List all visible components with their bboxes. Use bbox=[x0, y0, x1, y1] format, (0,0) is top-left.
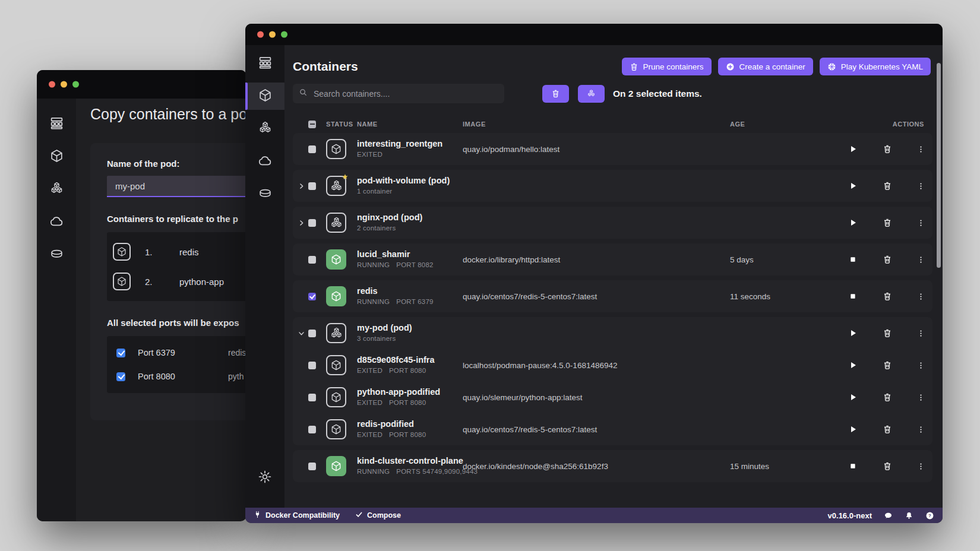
close-window-button[interactable] bbox=[49, 81, 55, 88]
row-name: redis bbox=[357, 286, 463, 296]
more-options-button[interactable] bbox=[916, 462, 925, 471]
container-row[interactable]: d85c9e08fc45-infra EXITEDPORT 8080 local… bbox=[293, 349, 932, 381]
prune-containers-button[interactable]: Prune containers bbox=[622, 58, 712, 75]
delete-button[interactable] bbox=[883, 144, 892, 154]
window-titlebar[interactable] bbox=[37, 70, 246, 99]
more-options-button[interactable] bbox=[916, 218, 925, 227]
images-icon[interactable] bbox=[43, 207, 70, 235]
play-button[interactable] bbox=[848, 181, 858, 191]
more-options-button[interactable] bbox=[916, 292, 925, 301]
notifications-bell-icon[interactable] bbox=[905, 511, 913, 520]
container-row[interactable]: interesting_roentgen EXITED quay.io/podm… bbox=[293, 133, 932, 165]
select-all-checkbox[interactable] bbox=[308, 121, 316, 128]
delete-button[interactable] bbox=[883, 392, 892, 402]
play-button[interactable] bbox=[848, 425, 858, 434]
sidebar-item-volumes[interactable] bbox=[245, 180, 284, 208]
more-options-button[interactable] bbox=[916, 425, 925, 434]
more-options-button[interactable] bbox=[916, 145, 925, 154]
play-button[interactable] bbox=[848, 144, 858, 154]
sidebar-item-settings[interactable] bbox=[245, 470, 284, 486]
compose-status[interactable]: Compose bbox=[355, 511, 401, 520]
row-checkbox[interactable] bbox=[308, 293, 316, 300]
play-button[interactable] bbox=[848, 360, 858, 370]
sidebar-item-dashboard[interactable] bbox=[245, 50, 284, 77]
chevron-right-icon[interactable] bbox=[298, 182, 308, 190]
feedback-bubble-icon[interactable] bbox=[884, 511, 893, 520]
row-card: nginx-pod (pod) 2 containers bbox=[293, 207, 932, 239]
delete-button[interactable] bbox=[883, 218, 892, 227]
row-checkbox[interactable] bbox=[308, 145, 316, 153]
trash-icon bbox=[630, 62, 638, 71]
row-checkbox[interactable] bbox=[308, 426, 316, 433]
row-image: localhost/podman-pause:4.5.0-1681486942 bbox=[463, 361, 730, 370]
sidebar-item-images[interactable] bbox=[245, 148, 284, 175]
minimize-window-button[interactable] bbox=[61, 81, 67, 88]
window-titlebar[interactable] bbox=[245, 24, 943, 45]
more-options-button[interactable] bbox=[916, 361, 925, 370]
pods-icon[interactable] bbox=[43, 175, 70, 202]
bulk-create-pod-button[interactable] bbox=[578, 85, 605, 103]
row-checkbox[interactable] bbox=[308, 219, 316, 227]
row-status-line: 1 container bbox=[357, 188, 463, 196]
pod-name-input[interactable] bbox=[107, 176, 246, 197]
container-row[interactable]: kind-cluster-control-plane RUNNINGPORTS … bbox=[293, 450, 932, 482]
maximize-window-button[interactable] bbox=[281, 31, 287, 38]
stop-button[interactable] bbox=[848, 255, 858, 264]
container-row[interactable]: lucid_shamir RUNNINGPORT 8082 docker.io/… bbox=[293, 243, 932, 276]
row-checkbox[interactable] bbox=[308, 394, 316, 401]
stop-button[interactable] bbox=[848, 292, 858, 301]
sidebar-item-containers[interactable] bbox=[245, 83, 284, 110]
play-button[interactable] bbox=[848, 392, 858, 402]
more-options-button[interactable] bbox=[916, 255, 925, 264]
vertical-scrollbar[interactable] bbox=[937, 63, 941, 268]
minimize-window-button[interactable] bbox=[269, 31, 276, 38]
stop-button[interactable] bbox=[848, 461, 858, 471]
play-button[interactable] bbox=[848, 328, 858, 338]
docker-compatibility-status[interactable]: Docker Compatibility bbox=[254, 511, 340, 520]
row-checkbox[interactable] bbox=[308, 362, 316, 369]
containers-icon[interactable] bbox=[43, 142, 70, 169]
pod-row[interactable]: my-pod (pod) 3 containers bbox=[293, 317, 932, 349]
pods-icon bbox=[587, 89, 596, 98]
delete-button[interactable] bbox=[883, 328, 892, 338]
help-question-icon[interactable]: ? bbox=[925, 511, 934, 520]
delete-button[interactable] bbox=[883, 425, 892, 434]
row-actions bbox=[843, 328, 932, 338]
container-row[interactable]: python-app-podified EXITEDPORT 8080 quay… bbox=[293, 381, 932, 413]
container-row[interactable]: redis RUNNINGPORT 6379 quay.io/centos7/r… bbox=[293, 280, 932, 312]
row-checkbox[interactable] bbox=[308, 330, 316, 337]
more-options-button[interactable] bbox=[916, 393, 925, 402]
row-checkbox[interactable] bbox=[308, 256, 316, 264]
sidebar-item-pods[interactable] bbox=[245, 115, 284, 142]
play-button[interactable] bbox=[848, 218, 858, 227]
row-checkbox[interactable] bbox=[308, 182, 316, 190]
window-controls[interactable] bbox=[49, 81, 79, 88]
bulk-delete-button[interactable] bbox=[542, 85, 569, 103]
row-name: nginx-pod (pod) bbox=[357, 213, 463, 223]
delete-button[interactable] bbox=[883, 181, 892, 191]
delete-button[interactable] bbox=[883, 292, 892, 301]
chevron-right-icon[interactable] bbox=[298, 219, 308, 227]
chevron-down-icon[interactable] bbox=[298, 330, 308, 337]
delete-button[interactable] bbox=[883, 360, 892, 370]
row-name-cell: redis-podified EXITEDPORT 8080 bbox=[357, 419, 463, 439]
search-input[interactable] bbox=[312, 88, 498, 99]
delete-button[interactable] bbox=[883, 255, 892, 264]
row-name-cell: kind-cluster-control-plane RUNNINGPORTS … bbox=[357, 456, 463, 476]
close-window-button[interactable] bbox=[257, 31, 264, 38]
more-options-button[interactable] bbox=[916, 182, 925, 191]
port-checkbox[interactable] bbox=[116, 349, 125, 357]
dashboard-icon[interactable] bbox=[43, 109, 70, 137]
window-controls[interactable] bbox=[257, 31, 287, 38]
play-kubernetes-yaml-button[interactable]: Play Kubernetes YAML bbox=[820, 58, 931, 75]
row-checkbox[interactable] bbox=[308, 463, 316, 470]
container-row[interactable]: redis-podified EXITEDPORT 8080 quay.io/c… bbox=[293, 413, 932, 445]
pod-row[interactable]: pod-with-volume (pod) 1 container bbox=[293, 170, 932, 202]
maximize-window-button[interactable] bbox=[72, 81, 79, 88]
volumes-icon[interactable] bbox=[43, 240, 70, 267]
pod-row[interactable]: nginx-pod (pod) 2 containers bbox=[293, 207, 932, 239]
delete-button[interactable] bbox=[883, 461, 892, 471]
port-checkbox[interactable] bbox=[116, 372, 125, 381]
create-container-button[interactable]: Create a container bbox=[718, 58, 813, 75]
more-options-button[interactable] bbox=[916, 329, 925, 338]
